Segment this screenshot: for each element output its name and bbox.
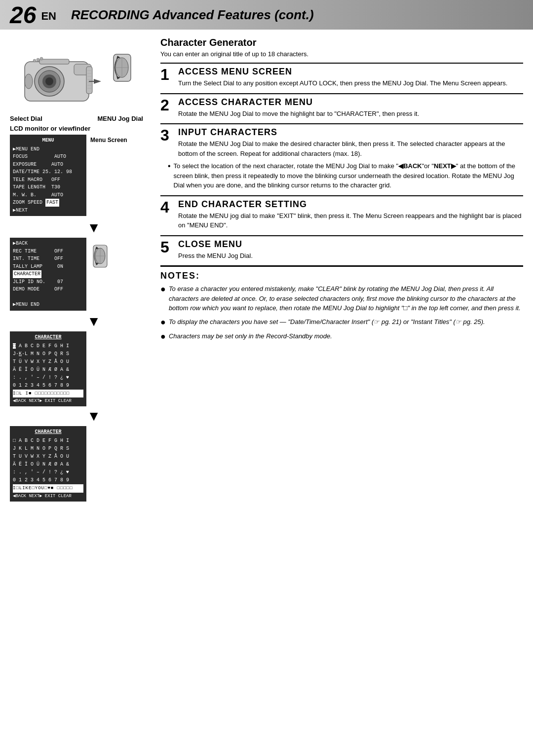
- menu-line-7: M. W. B. AUTO: [13, 191, 83, 199]
- character-highlight: CHARACTER: [13, 270, 41, 278]
- step-1-section: 1 ACCESS MENU SCREEN Turn the Select Dia…: [160, 63, 523, 88]
- arrow-down-1: ▼: [39, 220, 148, 236]
- step-1-header: 1 ACCESS MENU SCREEN Turn the Select Dia…: [160, 67, 523, 88]
- step-5-num: 5: [160, 239, 174, 255]
- notes-section: NOTES: ● To erase a character you entere…: [160, 265, 523, 342]
- char-row-6: 0 1 2 3 4 5 6 7 8 9: [13, 382, 83, 390]
- menu-line-5: TELE MACRO OFF: [13, 176, 83, 184]
- step-4-heading: END CHARACTER SETTING: [178, 199, 523, 210]
- step-4-header: 4 END CHARACTER SETTING Rotate the MENU …: [160, 199, 523, 230]
- notes-title: NOTES:: [160, 271, 523, 281]
- mb2-character: CHARACTER: [13, 270, 83, 278]
- notes-text-2: To display the characters you have set —…: [169, 317, 485, 327]
- mb2-line6: JLIP ID NO. 07: [13, 278, 83, 286]
- svg-rect-6: [39, 59, 69, 64]
- menu-box-1-title: MENU: [13, 137, 83, 144]
- char-gen-title: Character Generator: [160, 37, 257, 48]
- step-3-content: INPUT CHARACTERS Rotate the MENU Jog Dia…: [178, 127, 523, 158]
- menu-jog-label: MENU Jog Dial: [98, 115, 143, 122]
- notes-bullet-2: ●: [160, 317, 166, 328]
- step-2-content: ACCESS CHARACTER MENU Rotate the MENU Jo…: [178, 97, 523, 119]
- step-3-bullet-1: • To select the location of the next cha…: [168, 161, 523, 190]
- char2-row-4: Ä Ë Ï O Ü N Æ Ø A &: [13, 461, 83, 468]
- step-1-text: Turn the Select Dial to any position exc…: [178, 78, 523, 88]
- mb2-line3: INT. TIME OFF: [13, 255, 83, 263]
- main-content: Select Dial MENU Jog Dial LCD monitor or…: [0, 30, 533, 510]
- step-3-section: 3 INPUT CHARACTERS Rotate the MENU Jog D…: [160, 123, 523, 190]
- notes-text-3: Characters may be set only in the Record…: [169, 331, 332, 341]
- menu-box-2: ▶BACK REC TIME OFF INT. TIME OFF TALLY L…: [10, 238, 86, 311]
- mb2-line7: DEMO MODE OFF: [13, 286, 83, 293]
- step-4-text: Rotate the MENU jog dial to make "EXIT" …: [178, 211, 523, 230]
- step-2-section: 2 ACCESS CHARACTER MENU Rotate the MENU …: [160, 93, 523, 119]
- step-3-header: 3 INPUT CHARACTERS Rotate the MENU Jog D…: [160, 127, 523, 158]
- step-5-heading: CLOSE MENU: [178, 239, 523, 250]
- char-row-5: : . , ' – / ! ? ¿ ♥: [13, 374, 83, 382]
- camera-illustration-area: [10, 37, 148, 110]
- bullet-dot: •: [168, 161, 171, 171]
- arrow-down-2: ▼: [39, 314, 148, 329]
- step-3-heading: INPUT CHARACTERS: [178, 127, 523, 138]
- char-input-row-2: I□LIKE□YOU□▼■ □□□□□: [13, 484, 83, 492]
- svg-point-4: [45, 77, 53, 85]
- step-4-num: 4: [160, 199, 174, 215]
- svg-marker-19: [94, 79, 101, 84]
- right-column: Character Generator You can enter an ori…: [153, 30, 533, 510]
- step-2-text: Rotate the MENU Jog Dial to move the hig…: [178, 109, 523, 119]
- svg-point-10: [25, 74, 33, 89]
- mb2-line9: ▶MENU END: [13, 301, 83, 309]
- step-1-num: 1: [160, 67, 174, 82]
- char2-row-5: : . , ' – / ! ? ¿ ♥: [13, 468, 83, 476]
- char-nav-1: ◀BACK NEXT▶ EXIT CLEAR: [13, 397, 83, 404]
- notes-bullet-3: ●: [160, 331, 166, 342]
- char-selected: □: [13, 343, 16, 349]
- notes-text-1: To erase a character you entered mistake…: [169, 284, 523, 313]
- menu-line-3: EXPOSURE AUTO: [13, 161, 83, 169]
- menu-box2-container: ▶BACK REC TIME OFF INT. TIME OFF TALLY L…: [10, 238, 148, 312]
- svg-point-9: [40, 57, 43, 60]
- menu-box-1: MENU ▶MENU END FOCUS AUTO EXPOSURE AUTO …: [10, 135, 86, 216]
- step-5-text: Press the MENU Jog Dial.: [178, 251, 523, 261]
- step-5-header: 5 CLOSE MENU Press the MENU Jog Dial.: [160, 239, 523, 261]
- jog-dial-svg: [109, 47, 136, 96]
- fast-highlight: FAST: [45, 199, 59, 207]
- char-row-3: T Ü V W X Y Z Å O U: [13, 358, 83, 366]
- svg-point-8: [37, 58, 39, 61]
- step-5-section: 5 CLOSE MENU Press the MENU Jog Dial.: [160, 235, 523, 261]
- char-box-1-title: CHARACTER: [13, 333, 83, 341]
- notes-item-3: ● Characters may be set only in the Reco…: [160, 331, 523, 342]
- page-header: 26 EN RECORDING RECORDING Advanced Featu…: [0, 0, 533, 30]
- char2-row-2: J K L M N O P Q R S: [13, 445, 83, 453]
- step-1-heading: ACCESS MENU SCREEN: [178, 67, 523, 77]
- recording-label: RECORDING: [71, 7, 152, 22]
- char-nav-2: ◀BACK NEXT▶ EXIT CLEAR: [13, 493, 83, 500]
- char-row-1: □ A B C D E F G H I: [13, 342, 83, 350]
- menu-line-9: ▶NEXT: [13, 207, 83, 215]
- mb2-line1: ▶BACK: [13, 240, 83, 248]
- notes-item-2: ● To display the characters you have set…: [160, 317, 523, 328]
- menu-line-4: DATE/TIME 25. 12. 98: [13, 168, 83, 176]
- char2-row-1: □ A B C D E F G H I: [13, 437, 83, 445]
- step-2-heading: ACCESS CHARACTER MENU: [178, 97, 523, 108]
- section-subtitle: You can enter an original title of up to…: [160, 50, 523, 58]
- dial-labels: Select Dial MENU Jog Dial: [10, 115, 148, 122]
- char-box-2: CHARACTER □ A B C D E F G H I J K L M N …: [10, 426, 86, 502]
- char-row-2: J·K·L M N O P Q R S: [13, 350, 83, 358]
- step-4-section: 4 END CHARACTER SETTING Rotate the MENU …: [160, 195, 523, 230]
- char-box-2-title: CHARACTER: [13, 428, 83, 436]
- step-3-num: 3: [160, 127, 174, 143]
- step-2-num: 2: [160, 97, 174, 113]
- step-5-content: CLOSE MENU Press the MENU Jog Dial.: [178, 239, 523, 261]
- svg-point-7: [33, 59, 36, 62]
- page-title: RECORDING RECORDING Advanced Features (c…: [71, 7, 314, 23]
- step-1-content: ACCESS MENU SCREEN Turn the Select Dial …: [178, 67, 523, 88]
- menu-screen-container: MENU ▶MENU END FOCUS AUTO EXPOSURE AUTO …: [10, 135, 148, 216]
- menu-line-8: ZOOM SPEED FAST: [13, 199, 83, 207]
- char-row-4: Ä Ë Ï O Ü N Æ Ø A &: [13, 366, 83, 374]
- page-en: EN: [41, 10, 56, 23]
- menu-line-2: FOCUS AUTO: [13, 153, 83, 161]
- notes-bullet-1: ●: [160, 284, 166, 295]
- notes-item-1: ● To erase a character you entered mista…: [160, 284, 523, 313]
- menu-line-6: TAPE LENGTH T30: [13, 183, 83, 191]
- step-3-bullets: • To select the location of the next cha…: [168, 161, 523, 190]
